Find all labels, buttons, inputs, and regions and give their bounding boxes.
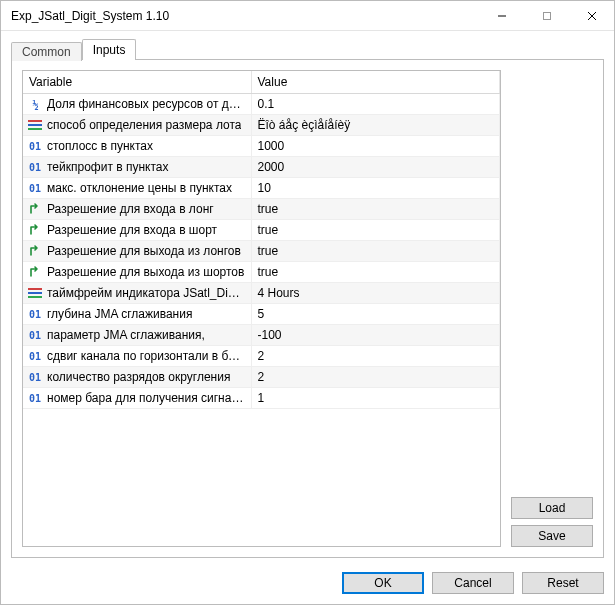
enum-icon [27,286,43,300]
table-row[interactable]: 01сдвиг канала по горизонтали в барах2 [23,346,500,367]
column-header-value[interactable]: Value [251,71,500,94]
variable-name: макс. отклонение цены в пунктах [47,181,232,195]
variable-name: номер бара для получения сигнала в... [47,391,245,405]
value-cell[interactable]: 2 [251,346,500,367]
variable-name: таймфрейм индикатора JSatl_Digit_Sy... [47,286,245,300]
maximize-button[interactable] [524,1,569,31]
load-button[interactable]: Load [511,497,593,519]
value-cell[interactable]: -100 [251,325,500,346]
integer-icon: 01 [27,139,43,153]
variable-name: Разрешение для выхода из шортов [47,265,244,279]
variable-name: глубина JMA сглаживания [47,307,192,321]
value-cell[interactable]: 2 [251,367,500,388]
svg-rect-5 [28,124,42,126]
table-row[interactable]: способ определения размера лотаËîò áåç è… [23,115,500,136]
table-row[interactable]: Разрешение для выхода из лонговtrue [23,241,500,262]
variable-cell[interactable]: способ определения размера лота [23,115,251,136]
variable-cell[interactable]: Разрешение для входа в лонг [23,199,251,220]
side-buttons: Load Save [511,70,593,547]
table-row[interactable]: Разрешение для входа в шортtrue [23,220,500,241]
table-row[interactable]: 01стоплосс в пунктах1000 [23,136,500,157]
ok-button[interactable]: OK [342,572,424,594]
inputs-grid[interactable]: Variable Value ½Доля финансовых ресурсов… [22,70,501,547]
dialog-window: Exp_JSatl_Digit_System 1.10 Common Input… [0,0,615,605]
tab-strip: Common Inputs [11,37,604,59]
window-title: Exp_JSatl_Digit_System 1.10 [1,9,479,23]
value-cell[interactable]: true [251,262,500,283]
table-row[interactable]: 01макс. отклонение цены в пунктах10 [23,178,500,199]
integer-icon: 01 [27,391,43,405]
variable-name: Разрешение для выхода из лонгов [47,244,241,258]
cancel-button[interactable]: Cancel [432,572,514,594]
variable-cell[interactable]: 01макс. отклонение цены в пунктах [23,178,251,199]
value-cell[interactable]: 4 Hours [251,283,500,304]
svg-rect-9 [28,296,42,298]
value-cell[interactable]: 10 [251,178,500,199]
fraction-icon: ½ [27,97,43,111]
table-row[interactable]: 01тейкпрофит в пунктах2000 [23,157,500,178]
variable-cell[interactable]: ½Доля финансовых ресурсов от депоз... [23,94,251,115]
integer-icon: 01 [27,160,43,174]
close-button[interactable] [569,1,614,31]
variable-cell[interactable]: 01глубина JMA сглаживания [23,304,251,325]
integer-icon: 01 [27,349,43,363]
variable-cell[interactable]: 01сдвиг канала по горизонтали в барах [23,346,251,367]
tab-inputs[interactable]: Inputs [82,39,137,60]
table-row[interactable]: 01номер бара для получения сигнала в...1 [23,388,500,409]
table-row[interactable]: 01количество разрядов округления2 [23,367,500,388]
value-cell[interactable]: 1 [251,388,500,409]
variable-name: Доля финансовых ресурсов от депоз... [47,97,245,111]
integer-icon: 01 [27,328,43,342]
titlebar: Exp_JSatl_Digit_System 1.10 [1,1,614,31]
variable-cell[interactable]: 01номер бара для получения сигнала в... [23,388,251,409]
value-cell[interactable]: 0.1 [251,94,500,115]
footer-buttons: OK Cancel Reset [1,566,614,604]
value-cell[interactable]: 2000 [251,157,500,178]
variable-cell[interactable]: 01количество разрядов округления [23,367,251,388]
integer-icon: 01 [27,307,43,321]
value-cell[interactable]: 1000 [251,136,500,157]
column-header-variable[interactable]: Variable [23,71,251,94]
value-cell[interactable]: true [251,220,500,241]
boolean-icon [27,223,43,237]
variable-name: сдвиг канала по горизонтали в барах [47,349,245,363]
svg-rect-4 [28,120,42,122]
value-cell[interactable]: Ëîò áåç èçìåíåíèÿ [251,115,500,136]
variable-cell[interactable]: 01тейкпрофит в пунктах [23,157,251,178]
boolean-icon [27,202,43,216]
svg-rect-6 [28,128,42,130]
variable-cell[interactable]: Разрешение для входа в шорт [23,220,251,241]
table-row[interactable]: Разрешение для выхода из шортовtrue [23,262,500,283]
variable-name: стоплосс в пунктах [47,139,153,153]
integer-icon: 01 [27,370,43,384]
content-area: Common Inputs Variable Value ½Доля финан… [1,31,614,566]
table-row[interactable]: 01глубина JMA сглаживания5 [23,304,500,325]
variable-name: Разрешение для входа в шорт [47,223,217,237]
reset-button[interactable]: Reset [522,572,604,594]
tab-panel: Variable Value ½Доля финансовых ресурсов… [11,59,604,558]
variable-name: параметр JMA сглаживания, [47,328,205,342]
minimize-button[interactable] [479,1,524,31]
value-cell[interactable]: true [251,241,500,262]
table-row[interactable]: Разрешение для входа в лонгtrue [23,199,500,220]
table-row[interactable]: таймфрейм индикатора JSatl_Digit_Sy...4 … [23,283,500,304]
save-button[interactable]: Save [511,525,593,547]
variable-name: Разрешение для входа в лонг [47,202,214,216]
svg-rect-7 [28,288,42,290]
value-cell[interactable]: true [251,199,500,220]
variable-cell[interactable]: таймфрейм индикатора JSatl_Digit_Sy... [23,283,251,304]
variable-cell[interactable]: Разрешение для выхода из шортов [23,262,251,283]
variable-cell[interactable]: 01параметр JMA сглаживания, [23,325,251,346]
variable-name: количество разрядов округления [47,370,230,384]
variable-name: способ определения размера лота [47,118,241,132]
table-row[interactable]: 01параметр JMA сглаживания,-100 [23,325,500,346]
boolean-icon [27,265,43,279]
integer-icon: 01 [27,181,43,195]
variable-cell[interactable]: 01стоплосс в пунктах [23,136,251,157]
variable-cell[interactable]: Разрешение для выхода из лонгов [23,241,251,262]
variable-name: тейкпрофит в пунктах [47,160,169,174]
value-cell[interactable]: 5 [251,304,500,325]
table-row[interactable]: ½Доля финансовых ресурсов от депоз...0.1 [23,94,500,115]
svg-rect-8 [28,292,42,294]
tab-common[interactable]: Common [11,42,82,61]
